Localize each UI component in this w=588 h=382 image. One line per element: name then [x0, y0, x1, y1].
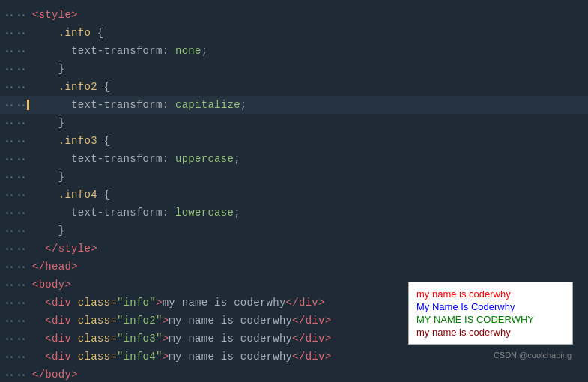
code-line-7: }: [0, 114, 588, 132]
code-editor: <style> .info { text-transform: none; } …: [0, 0, 588, 382]
code-line-15: </head>: [0, 258, 588, 276]
code-line-1: <style>: [0, 6, 588, 24]
code-line-11: .info4 {: [0, 186, 588, 204]
code-line-3: text-transform: none;: [0, 42, 588, 60]
preview-box: my name is coderwhy My Name Is Coderwhy …: [408, 282, 573, 345]
code-line-2: .info {: [0, 24, 588, 42]
preview-line-capitalize: My Name Is Coderwhy: [416, 301, 565, 312]
code-line-5: .info2 {: [0, 78, 588, 96]
code-line-8: .info3 {: [0, 132, 588, 150]
code-line-12: text-transform: lowercase;: [0, 204, 588, 222]
preview-line-none: my name is coderwhy: [416, 288, 565, 300]
code-line-14: </style>: [0, 240, 588, 258]
code-line-21: </body>: [0, 366, 588, 382]
code-line-6: text-transform: capitalize;: [0, 96, 588, 114]
preview-line-lowercase: my name is coderwhy: [416, 327, 565, 338]
preview-line-uppercase: MY NAME IS CODERWHY: [416, 314, 565, 325]
code-line-9: text-transform: uppercase;: [0, 150, 588, 168]
code-line-4: }: [0, 60, 588, 78]
code-line-13: }: [0, 222, 588, 240]
watermark: CSDN @coolchabing: [494, 351, 572, 360]
code-line-10: }: [0, 168, 588, 186]
